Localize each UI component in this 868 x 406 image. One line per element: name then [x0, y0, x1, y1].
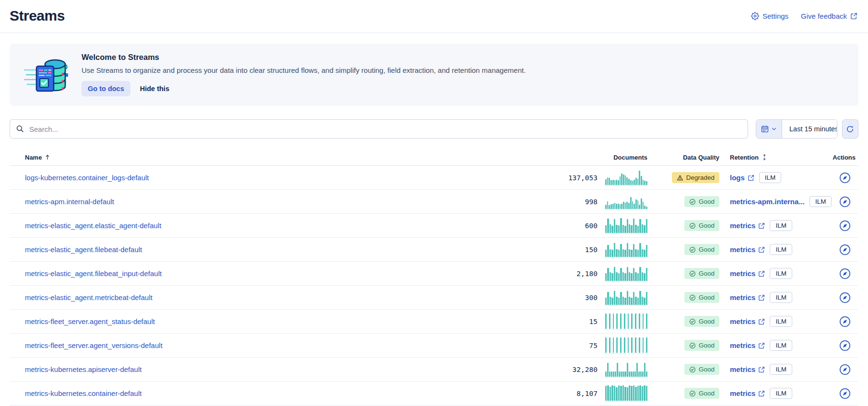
column-header-documents: Documents [506, 154, 647, 161]
external-link-icon [758, 222, 765, 229]
table-row: metrics-elastic_agent.metricbeat-default… [10, 286, 858, 310]
retention-policy-link[interactable]: metrics [730, 389, 765, 397]
open-in-discover-button[interactable] [838, 195, 852, 209]
header-divider [0, 33, 868, 33]
table-row: metrics-fleet_server.agent_status-defaul… [10, 310, 858, 334]
table-row: metrics-fleet_server.agent_versions-defa… [10, 334, 858, 358]
retention-policy-link[interactable]: metrics [730, 293, 765, 302]
streams-illustration-icon [23, 54, 69, 95]
quality-badge-label: Good [699, 246, 715, 253]
quality-badge-label: Good [699, 366, 715, 373]
documents-count: 137,053 [568, 174, 598, 182]
stream-name-link[interactable]: metrics-elastic_agent.filebeat-default [25, 245, 142, 254]
go-to-docs-button[interactable]: Go to docs [82, 81, 130, 96]
give-feedback-button[interactable]: Give feedback [801, 12, 857, 20]
page-title: Streams [10, 8, 65, 24]
page-header: Streams Settings Give feedback [0, 0, 868, 33]
compass-icon [839, 172, 851, 184]
documents-count: 2,180 [576, 270, 598, 278]
banner-title: Welcome to Streams [82, 53, 526, 62]
actions-cell [838, 219, 852, 233]
refresh-button[interactable] [842, 119, 858, 139]
external-link-icon [758, 318, 765, 325]
column-header-retention[interactable]: Retention [719, 154, 832, 161]
quality-badge: Good [684, 220, 719, 231]
retention-policy-link[interactable]: metrics [730, 269, 765, 278]
hide-this-button[interactable]: Hide this [140, 85, 169, 93]
stream-name-link[interactable]: metrics-kubernetes.container-default [25, 389, 141, 397]
retention-policy-label: metrics [730, 245, 755, 254]
open-in-discover-button[interactable] [838, 267, 852, 281]
stream-name-cell: metrics-apm.internal-default [10, 197, 506, 206]
data-quality-cell: Good [684, 244, 719, 255]
retention-policy-link[interactable]: metrics-apm.interna... [730, 197, 805, 206]
open-in-discover-button[interactable] [838, 243, 852, 257]
ilm-badge: ILM [770, 268, 792, 279]
date-picker-menu-button[interactable] [756, 120, 782, 138]
retention-cell: metrics ILM [719, 364, 832, 375]
documents-count: 15 [589, 318, 598, 325]
ilm-badge: ILM [770, 388, 792, 399]
documents-sparkline-chart [605, 361, 647, 378]
retention-policy-link[interactable]: logs [730, 174, 754, 182]
retention-cell: metrics ILM [719, 292, 832, 303]
warning-icon [677, 174, 683, 181]
stream-name-link[interactable]: metrics-elastic_agent.filebeat_input-def… [25, 269, 162, 278]
actions-cell [838, 171, 852, 185]
ilm-badge: ILM [770, 220, 792, 231]
calendar-icon [761, 125, 769, 133]
actions-cell [838, 267, 852, 281]
quality-badge: Good [684, 268, 719, 279]
actions-cell [838, 290, 852, 305]
open-in-discover-button[interactable] [838, 171, 852, 185]
stream-name-link[interactable]: metrics-kubernetes.apiserver-default [25, 365, 141, 373]
documents-sparkline-chart [605, 170, 647, 186]
open-in-discover-button[interactable] [838, 362, 852, 377]
retention-policy-label: metrics [730, 341, 755, 349]
ilm-badge: ILM [770, 292, 792, 303]
retention-cell: logs ILM [719, 172, 832, 183]
open-in-discover-button[interactable] [838, 386, 852, 401]
sortable-icon [761, 154, 768, 161]
data-quality-cell: Good [684, 388, 719, 399]
time-range-value[interactable]: Last 15 minutes [782, 120, 837, 138]
quality-badge: Good [684, 196, 719, 207]
retention-policy-label: metrics [730, 221, 755, 230]
open-in-discover-button[interactable] [838, 290, 852, 305]
give-feedback-label: Give feedback [801, 12, 847, 20]
documents-sparkline-chart [605, 313, 647, 330]
search-input[interactable] [10, 119, 748, 139]
stream-name-link[interactable]: metrics-fleet_server.agent_status-defaul… [25, 317, 155, 325]
streams-table: Name Documents Data Quality Retention [10, 149, 858, 406]
open-in-discover-button[interactable] [838, 314, 852, 329]
quality-badge-label: Good [699, 390, 715, 397]
table-row: metrics-elastic_agent.filebeat_input-def… [10, 262, 858, 286]
quality-badge: Good [684, 340, 719, 351]
retention-policy-link[interactable]: metrics [730, 317, 765, 325]
stream-name-link[interactable]: logs-kubernetes.container_logs-default [25, 174, 149, 182]
stream-name-link[interactable]: metrics-apm.internal-default [25, 197, 114, 206]
table-row: metrics-elastic_agent.filebeat-default 1… [10, 238, 858, 262]
banner-content: Welcome to Streams Use Streams to organi… [82, 53, 526, 96]
stream-name-link[interactable]: metrics-elastic_agent.metricbeat-default [25, 293, 152, 302]
refresh-icon [846, 125, 854, 133]
settings-button[interactable]: Settings [751, 12, 788, 20]
retention-policy-link[interactable]: metrics [730, 365, 765, 373]
ilm-badge: ILM [770, 316, 792, 327]
retention-policy-link[interactable]: metrics [730, 341, 765, 349]
retention-policy-link[interactable]: metrics [730, 245, 765, 254]
retention-policy-link[interactable]: metrics [730, 221, 765, 230]
column-header-name-label: Name [25, 154, 42, 161]
compass-icon [839, 315, 851, 328]
stream-name-link[interactable]: metrics-elastic_agent.elastic_agent-defa… [25, 221, 161, 230]
open-in-discover-button[interactable] [838, 219, 852, 233]
ilm-badge: ILM [759, 172, 782, 183]
gear-icon [751, 12, 759, 20]
stream-name-link[interactable]: metrics-fleet_server.agent_versions-defa… [25, 341, 163, 349]
column-header-name[interactable]: Name [10, 154, 506, 161]
retention-cell: metrics ILM [719, 340, 832, 351]
banner-buttons: Go to docs Hide this [82, 81, 526, 96]
open-in-discover-button[interactable] [838, 338, 852, 353]
quality-badge-label: Good [699, 294, 715, 301]
retention-policy-label: metrics [730, 317, 755, 325]
